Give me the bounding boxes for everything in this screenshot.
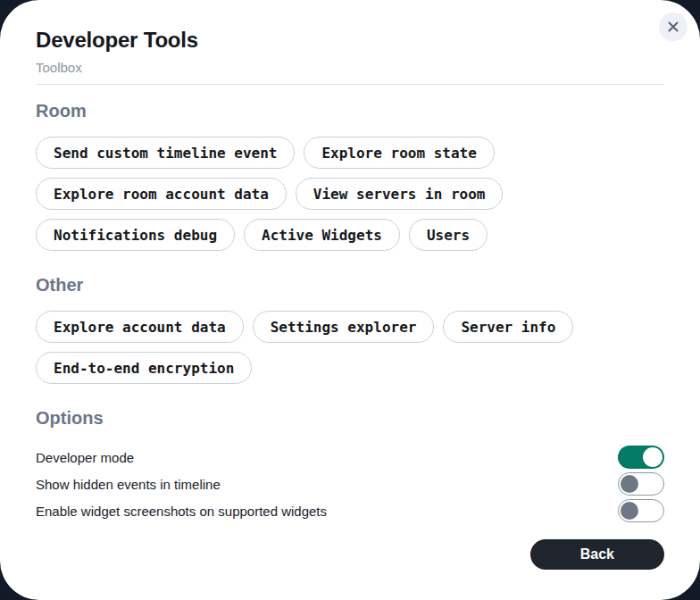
widget-screenshots-label: Enable widget screenshots on supported w… [36, 504, 327, 519]
dialog-footer: Back [36, 539, 664, 570]
other-button-group: Explore account data Settings explorer S… [36, 311, 664, 384]
show-hidden-events-toggle[interactable] [618, 472, 664, 496]
explore-room-account-data-button[interactable]: Explore room account data [36, 178, 287, 210]
close-button[interactable] [659, 12, 688, 41]
end-to-end-encryption-button[interactable]: End-to-end encryption [36, 352, 252, 384]
server-info-button[interactable]: Server info [443, 311, 573, 343]
toggle-knob [621, 475, 638, 493]
option-row-widget-screenshots: Enable widget screenshots on supported w… [36, 497, 664, 524]
settings-explorer-button[interactable]: Settings explorer [253, 311, 435, 343]
developer-mode-toggle[interactable] [618, 446, 664, 469]
close-icon [667, 21, 679, 33]
notifications-debug-button[interactable]: Notifications debug [36, 219, 235, 251]
explore-account-data-button[interactable]: Explore account data [36, 311, 244, 343]
dialog-title: Developer Tools [36, 27, 664, 54]
back-button[interactable]: Back [530, 539, 664, 570]
section-heading-room: Room [36, 101, 664, 121]
explore-room-state-button[interactable]: Explore room state [304, 137, 494, 169]
developer-mode-label: Developer mode [36, 450, 134, 465]
toggle-knob [643, 447, 662, 467]
toggle-knob [621, 502, 638, 520]
send-custom-timeline-event-button[interactable]: Send custom timeline event [36, 137, 295, 169]
widget-screenshots-toggle[interactable] [618, 499, 664, 522]
room-button-group: Send custom timeline event Explore room … [36, 137, 664, 251]
developer-tools-dialog: Developer Tools Toolbox Room Send custom… [0, 0, 700, 600]
view-servers-in-room-button[interactable]: View servers in room [296, 178, 504, 210]
section-heading-options: Options [36, 408, 664, 428]
active-widgets-button[interactable]: Active Widgets [244, 219, 400, 251]
option-row-developer-mode: Developer mode [36, 444, 664, 471]
users-button[interactable]: Users [409, 219, 488, 251]
option-row-show-hidden-events: Show hidden events in timeline [36, 471, 664, 497]
dialog-subtitle: Toolbox [36, 59, 664, 85]
section-heading-other: Other [36, 275, 664, 295]
show-hidden-events-label: Show hidden events in timeline [36, 477, 221, 492]
